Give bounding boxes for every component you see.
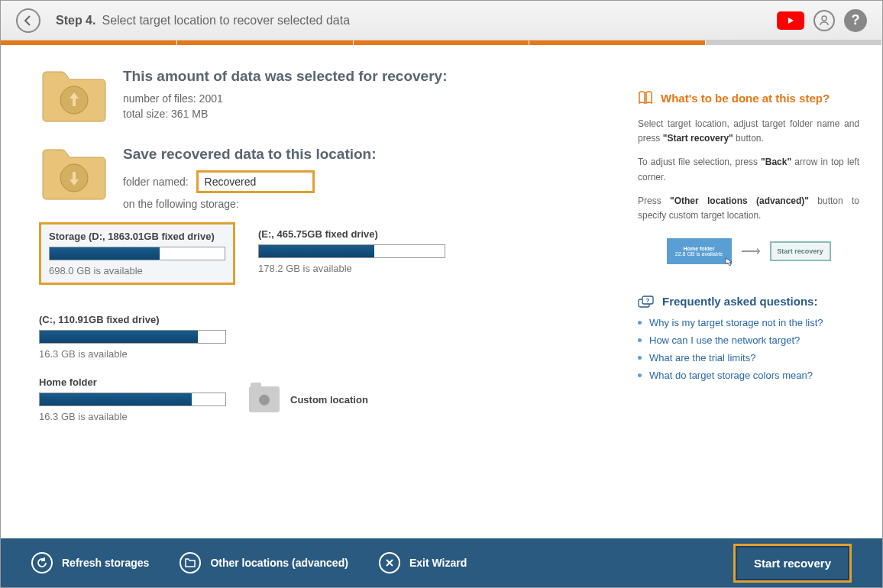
storage-available: 16.3 GB is available <box>39 411 226 422</box>
hint-paragraph-2: To adjust file selection, press "Back" a… <box>638 155 859 184</box>
usage-bar <box>39 393 226 406</box>
faq-title: Frequently asked questions: <box>662 295 817 308</box>
help-icon[interactable]: ? <box>844 9 867 32</box>
faq-link: Why is my target storage not in the list… <box>649 317 823 328</box>
save-location-title: Save recovered data to this location: <box>123 146 615 163</box>
header-bar: Step 4. Select target location to recove… <box>1 1 882 40</box>
exit-wizard-button[interactable]: Exit Wizard <box>379 552 467 573</box>
storage-name: Storage (D:, 1863.01GB fixed drive) <box>49 231 225 242</box>
storage-available: 16.3 GB is available <box>39 348 226 360</box>
storage-label: on the following storage: <box>123 198 615 210</box>
hint-paragraph-3: Press "Other locations (advanced)" butto… <box>638 194 859 223</box>
hint-illustration: Home folder22.8 GB is available ⟶ Start … <box>638 238 859 264</box>
faq-item[interactable]: Why is my target storage not in the list… <box>638 317 859 328</box>
total-size: total size: 361 MB <box>123 108 615 120</box>
faq-link: What are the trial limits? <box>649 352 755 363</box>
step-number: Step 4. <box>56 14 95 27</box>
storage-available: 178.2 GB is available <box>258 263 445 274</box>
user-icon[interactable] <box>813 10 835 31</box>
faq-link: What do target storage colors mean? <box>649 370 813 381</box>
folder-upload-icon <box>39 68 109 123</box>
faq-link: How can I use the network target? <box>649 334 800 346</box>
custom-folder-icon <box>249 386 280 412</box>
faq-item[interactable]: What do target storage colors mean? <box>638 370 859 381</box>
folder-download-icon <box>39 146 109 201</box>
step-description: Select target location to recover select… <box>102 14 350 27</box>
close-icon <box>385 558 394 567</box>
usage-bar <box>39 330 226 344</box>
start-recovery-button[interactable]: Start recovery <box>733 544 852 583</box>
usage-bar <box>258 244 445 258</box>
footer-bar: Refresh storages Other locations (advanc… <box>1 538 882 587</box>
refresh-storages-button[interactable]: Refresh storages <box>31 552 149 573</box>
youtube-icon[interactable] <box>777 11 804 30</box>
storage-card[interactable]: (C:, 110.91GB fixed drive) 16.3 GB is av… <box>39 308 226 366</box>
file-count: number of files: 2001 <box>123 92 615 105</box>
usage-bar <box>49 247 225 260</box>
storage-name: (E:, 465.75GB fixed drive) <box>258 228 445 240</box>
custom-location-label: Custom location <box>290 394 368 405</box>
storage-card[interactable]: Home folder 16.3 GB is available <box>39 370 226 428</box>
faq-item[interactable]: How can I use the network target? <box>638 334 859 346</box>
arrow-left-icon <box>22 15 34 27</box>
arrow-right-icon: ⟶ <box>741 243 761 260</box>
hint-paragraph-1: Select target location, adjust target fo… <box>638 117 859 146</box>
storage-card[interactable]: (E:, 465.75GB fixed drive) 178.2 GB is a… <box>258 222 445 285</box>
svg-text:?: ? <box>646 297 650 304</box>
storage-name: (C:, 110.91GB fixed drive) <box>39 314 226 325</box>
folder-name-input[interactable] <box>196 170 315 193</box>
back-button[interactable] <box>16 8 40 33</box>
refresh-icon <box>37 557 47 568</box>
svg-point-0 <box>822 16 826 21</box>
other-locations-button[interactable]: Other locations (advanced) <box>180 552 348 573</box>
folder-name-label: folder named: <box>123 176 189 188</box>
storage-available: 698.0 GB is available <box>49 265 225 276</box>
faq-icon: ? <box>638 296 655 308</box>
storage-name: Home folder <box>39 376 226 388</box>
custom-location-card[interactable]: Custom location <box>249 370 436 428</box>
hints-title: What's to be done at this step? <box>661 92 830 105</box>
faq-item[interactable]: What are the trial limits? <box>638 352 859 363</box>
storage-card[interactable]: Storage (D:, 1863.01GB fixed drive) 698.… <box>39 222 235 285</box>
recovery-info-title: This amount of data was selected for rec… <box>123 68 615 85</box>
folder-icon <box>185 558 196 567</box>
book-icon <box>638 91 653 105</box>
